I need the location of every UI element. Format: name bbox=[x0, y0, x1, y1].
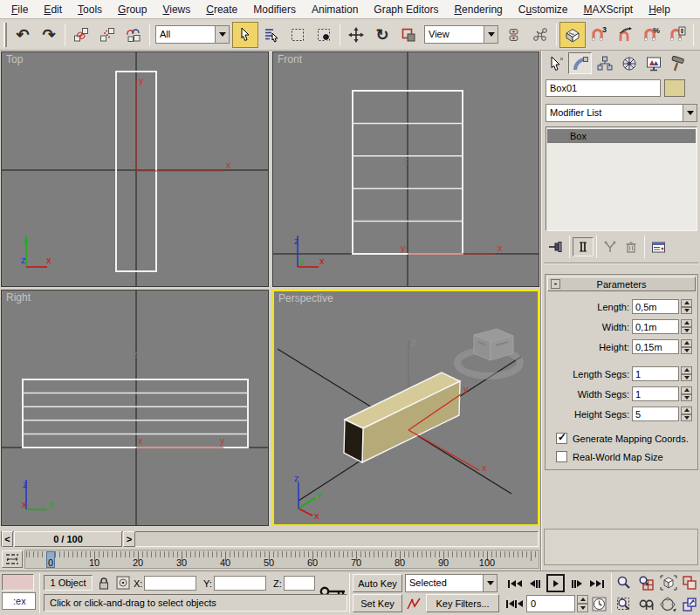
menu-group[interactable]: Group bbox=[110, 1, 154, 18]
maximize-viewport-toggle-button[interactable] bbox=[680, 595, 699, 614]
menu-create[interactable]: Create bbox=[198, 1, 245, 18]
viewport-top[interactable]: y x z y z x Top bbox=[1, 51, 269, 287]
selection-filter-dropdown[interactable]: All bbox=[155, 25, 230, 44]
parameters-rollout-header[interactable]: - Parameters bbox=[547, 277, 696, 291]
tab-hierarchy[interactable] bbox=[593, 52, 616, 74]
length-segs-spinner[interactable] bbox=[681, 366, 692, 381]
menu-animation[interactable]: Animation bbox=[304, 1, 366, 18]
unlink-selection-button[interactable] bbox=[94, 22, 120, 48]
redo-button[interactable]: ↷ bbox=[36, 22, 62, 48]
height-segs-spinner[interactable] bbox=[681, 407, 692, 421]
real-world-map-size-checkbox[interactable] bbox=[556, 451, 567, 462]
tab-create[interactable] bbox=[544, 52, 567, 74]
play-animation-button[interactable] bbox=[546, 574, 565, 592]
snaps-toggle-button[interactable]: 3 bbox=[586, 22, 612, 48]
open-mini-curve-editor-button[interactable] bbox=[2, 550, 23, 568]
width-segs-spinner[interactable] bbox=[681, 386, 692, 401]
bind-to-space-warp-button[interactable] bbox=[120, 22, 147, 48]
menu-file[interactable]: File bbox=[3, 1, 36, 18]
width-field[interactable]: 0,1m bbox=[632, 319, 679, 334]
tab-motion[interactable] bbox=[617, 52, 641, 74]
percent-snap-toggle-button[interactable]: % bbox=[638, 22, 664, 48]
length-field[interactable]: 0,5m bbox=[632, 299, 679, 314]
right-viewport-canvas[interactable]: z x y z x y bbox=[2, 290, 268, 525]
top-viewport-canvas[interactable]: y x z y z x bbox=[2, 52, 268, 286]
menu-rendering[interactable]: Rendering bbox=[446, 1, 510, 18]
height-field[interactable]: 0,15m bbox=[632, 339, 679, 354]
z-coordinate-field[interactable] bbox=[284, 576, 315, 591]
make-unique-button[interactable] bbox=[600, 237, 621, 256]
zoom-button[interactable] bbox=[614, 573, 634, 592]
modifier-stack-item-box[interactable]: Box bbox=[547, 129, 696, 143]
dropdown-button[interactable] bbox=[484, 25, 498, 44]
zoom-extents-button[interactable] bbox=[658, 573, 679, 592]
pin-stack-button[interactable] bbox=[546, 237, 566, 256]
go-to-start-button[interactable] bbox=[506, 575, 523, 592]
width-segs-field[interactable]: 1 bbox=[632, 386, 679, 401]
zoom-extents-all-button[interactable] bbox=[680, 573, 699, 592]
rectangular-selection-region-button[interactable] bbox=[285, 22, 311, 48]
width-spinner[interactable] bbox=[681, 319, 692, 334]
length-segs-field[interactable]: 1 bbox=[632, 366, 679, 381]
key-filters-button[interactable]: Key Filters... bbox=[426, 594, 499, 612]
menu-tools[interactable]: Tools bbox=[70, 1, 110, 18]
previous-frame-button[interactable] bbox=[526, 575, 543, 592]
generate-mapping-coords-checkbox[interactable]: ✓ bbox=[556, 433, 567, 444]
tab-modify[interactable] bbox=[568, 52, 592, 74]
default-in-out-tangents-button[interactable] bbox=[405, 594, 422, 612]
object-name-field[interactable]: Box01 bbox=[546, 79, 661, 97]
modifier-list-dropdown[interactable]: Modifier List bbox=[546, 104, 697, 122]
menu-graph-editors[interactable]: Graph Editors bbox=[366, 1, 446, 18]
select-and-move-button[interactable] bbox=[343, 22, 369, 48]
y-coordinate-field[interactable] bbox=[214, 576, 266, 591]
keyboard-shortcut-override-button[interactable] bbox=[559, 22, 586, 48]
x-coordinate-field[interactable] bbox=[144, 576, 196, 591]
use-pivot-point-center-button[interactable] bbox=[501, 22, 527, 48]
key-mode-dropdown[interactable]: Selected bbox=[405, 574, 498, 592]
menu-edit[interactable]: Edit bbox=[36, 1, 70, 18]
menu-views[interactable]: Views bbox=[154, 1, 198, 18]
menu-help[interactable]: Help bbox=[641, 1, 678, 18]
reference-coordinate-system-dropdown[interactable]: View bbox=[424, 25, 498, 44]
tab-display[interactable] bbox=[642, 52, 665, 74]
viewport-right[interactable]: z x y z x y Right bbox=[1, 290, 269, 526]
menu-modifiers[interactable]: Modifiers bbox=[245, 1, 304, 18]
zoom-all-button[interactable] bbox=[636, 573, 655, 592]
select-and-link-button[interactable] bbox=[68, 22, 94, 48]
pan-view-button[interactable] bbox=[636, 595, 655, 614]
track-bar-ruler[interactable]: 0 10 20 30 40 50 60 70 80 90 100 bbox=[24, 550, 539, 569]
tab-utilities[interactable] bbox=[666, 52, 690, 74]
object-color-swatch[interactable] bbox=[664, 79, 685, 97]
select-and-scale-button[interactable] bbox=[395, 22, 422, 48]
dropdown-button[interactable] bbox=[483, 574, 498, 592]
dropdown-button[interactable] bbox=[683, 104, 697, 122]
menu-maxscript[interactable]: MAXScript bbox=[576, 1, 642, 18]
region-zoom-button[interactable] bbox=[614, 595, 634, 614]
viewport-front[interactable]: z y x z y x Front bbox=[272, 51, 539, 287]
show-end-result-button[interactable] bbox=[573, 237, 594, 256]
current-frame-field[interactable]: 0 bbox=[526, 595, 575, 612]
key-mode-toggle-button[interactable] bbox=[506, 595, 523, 612]
remove-modifier-button[interactable] bbox=[621, 237, 642, 256]
select-by-name-button[interactable] bbox=[258, 22, 285, 48]
height-spinner[interactable] bbox=[681, 339, 692, 354]
set-key-button[interactable]: Set Key bbox=[353, 594, 402, 612]
maxscript-macro-recorder[interactable] bbox=[2, 574, 34, 591]
next-frame-arrow-button[interactable]: > bbox=[123, 531, 135, 547]
toolbar-drag-handle[interactable] bbox=[3, 23, 7, 47]
next-frame-button[interactable] bbox=[568, 575, 585, 592]
spinner-snap-toggle-button[interactable] bbox=[664, 22, 690, 48]
perspective-viewport-canvas[interactable]: z y x z y x bbox=[274, 291, 538, 524]
front-viewport-canvas[interactable]: z y x z y x bbox=[273, 52, 539, 286]
dropdown-button[interactable] bbox=[215, 25, 230, 44]
length-spinner[interactable] bbox=[681, 299, 692, 314]
time-configuration-button[interactable] bbox=[590, 595, 607, 612]
undo-button[interactable]: ↶ bbox=[10, 22, 36, 48]
select-and-rotate-button[interactable]: ↻ bbox=[369, 22, 395, 48]
absolute-offset-mode-button[interactable] bbox=[115, 575, 131, 591]
go-to-end-button[interactable] bbox=[588, 575, 605, 592]
frame-spinner[interactable] bbox=[577, 595, 588, 612]
window-crossing-button[interactable] bbox=[311, 22, 337, 48]
modifier-stack[interactable]: Box bbox=[546, 126, 697, 231]
select-and-manipulate-button[interactable] bbox=[527, 22, 553, 48]
